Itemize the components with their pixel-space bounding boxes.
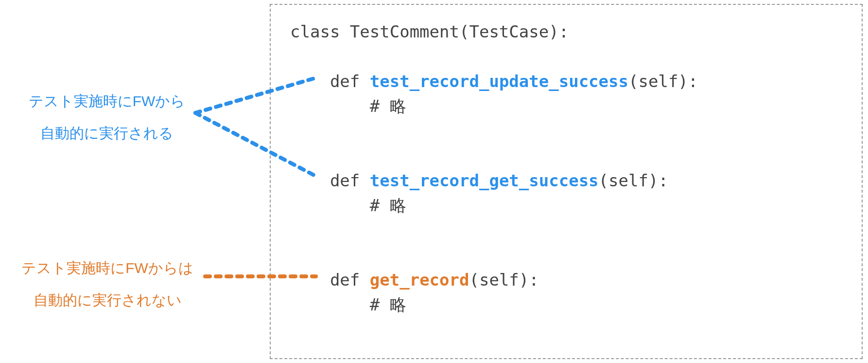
fn-name-test-record-update-success: test_record_update_success — [370, 72, 628, 91]
annotation-auto-run: テスト実施時にFWから 自動的に実行される — [15, 85, 199, 149]
code-block: class TestComment(TestCase): def test_re… — [290, 19, 842, 317]
fn-name-get-record: get_record — [370, 270, 469, 290]
fn2-signature-tail: (self): — [599, 171, 668, 190]
code-container: class TestComment(TestCase): def test_re… — [270, 4, 863, 359]
fn1-signature-tail: (self): — [628, 72, 698, 91]
annotation-not-auto-run-line2: 自動的に実行されない — [8, 284, 207, 316]
fn1-body-comment: # 略 — [370, 96, 406, 116]
fn3-signature-tail: (self): — [469, 270, 538, 290]
fn-name-test-record-get-success: test_record_get_success — [370, 171, 599, 190]
annotation-not-auto-run: テスト実施時にFWからは 自動的に実行されない — [8, 252, 207, 316]
def-keyword-2: def — [330, 171, 370, 190]
annotation-auto-run-line2: 自動的に実行される — [15, 117, 199, 149]
fn3-body-comment: # 略 — [370, 295, 406, 314]
def-keyword-3: def — [330, 270, 370, 290]
fn2-body-comment: # 略 — [370, 196, 406, 215]
annotation-auto-run-line1: テスト実施時にFWから — [15, 85, 199, 117]
class-declaration: class TestComment(TestCase): — [290, 22, 569, 41]
annotation-not-auto-run-line1: テスト実施時にFWからは — [8, 252, 207, 284]
def-keyword-1: def — [330, 72, 370, 91]
